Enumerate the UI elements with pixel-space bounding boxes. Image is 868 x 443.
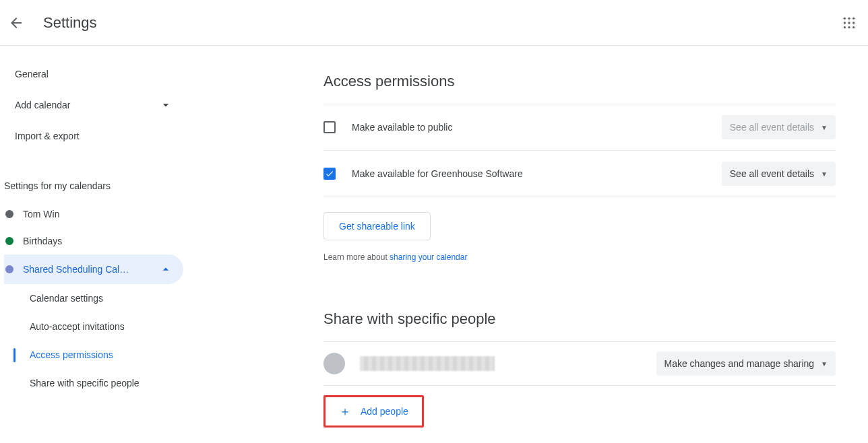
subnav-auto-accept[interactable]: Auto-accept invitations [9, 312, 183, 341]
section-heading: Access permissions [323, 73, 836, 90]
calendar-label: Shared Scheduling Cal… [23, 264, 150, 275]
svg-point-6 [844, 26, 846, 28]
permission-left: Make available for Greenhouse Software [323, 168, 523, 180]
permission-label: Make available to public [352, 122, 452, 133]
svg-point-2 [852, 17, 855, 19]
calendar-label: Tom Win [23, 209, 173, 219]
permission-left: Make available to public [323, 121, 452, 133]
permission-label: Make available for Greenhouse Software [352, 168, 523, 179]
sidebar-label: Add calendar [15, 100, 71, 110]
page-title: Settings [43, 14, 97, 32]
dropdown-public-visibility[interactable]: See all event details ▼ [722, 115, 836, 139]
dropdown-label: See all event details [730, 168, 814, 179]
dropdown-person-permission[interactable]: Make changes and manage sharing ▼ [656, 351, 836, 376]
access-permissions-section: Access permissions Make available to pub… [323, 73, 836, 262]
chevron-up-icon [159, 263, 173, 276]
subnav-share-specific[interactable]: Share with specific people [9, 369, 183, 397]
avatar-icon [323, 353, 345, 374]
main-content: Access permissions Make available to pub… [189, 46, 863, 443]
chevron-down-icon [159, 98, 173, 112]
get-shareable-link-button[interactable]: Get shareable link [323, 212, 431, 240]
calendar-item-shared-scheduling[interactable]: Shared Scheduling Cal… [4, 254, 183, 284]
subnav-access-permissions[interactable]: Access permissions [9, 341, 183, 369]
sidebar-label: General [15, 69, 49, 79]
svg-point-0 [844, 17, 846, 19]
section-heading: Share with specific people [323, 310, 836, 328]
header-left: Settings [8, 14, 97, 32]
add-people-highlight: ＋ Add people [323, 395, 424, 428]
calendar-color-dot [5, 237, 13, 245]
plus-icon: ＋ [339, 405, 351, 417]
permission-row-org: Make available for Greenhouse Software S… [323, 151, 836, 197]
subnav-label: Auto-accept invitations [30, 321, 125, 332]
help-prefix: Learn more about [323, 252, 390, 262]
back-arrow-icon[interactable] [8, 15, 24, 31]
help-link[interactable]: sharing your calendar [390, 252, 467, 262]
share-specific-section: Share with specific people Make changes … [323, 310, 836, 428]
svg-point-5 [852, 22, 855, 24]
help-text: Learn more about sharing your calendar [323, 252, 836, 262]
share-person-row: Make changes and manage sharing ▼ [323, 341, 836, 386]
checkbox-make-public[interactable] [323, 121, 336, 133]
dropdown-org-visibility[interactable]: See all event details ▼ [722, 162, 836, 186]
sidebar: General Add calendar Import & export Set… [0, 46, 189, 443]
dropdown-label: See all event details [730, 122, 814, 133]
sidebar-label: Import & export [15, 131, 80, 141]
permission-row-public: Make available to public See all event d… [323, 104, 836, 151]
sidebar-item-add-calendar[interactable]: Add calendar [4, 89, 183, 121]
dropdown-triangle-icon: ▼ [821, 360, 828, 368]
add-people-label: Add people [361, 406, 408, 417]
add-people-button[interactable]: ＋ Add people [326, 397, 422, 425]
sidebar-item-general[interactable]: General [4, 59, 183, 89]
person-left [323, 353, 495, 374]
app-header: Settings [0, 0, 868, 46]
subnav-label: Share with specific people [30, 378, 140, 388]
svg-point-3 [844, 22, 846, 24]
calendar-item-birthdays[interactable]: Birthdays [4, 228, 183, 254]
sidebar-item-import-export[interactable]: Import & export [4, 121, 183, 151]
calendar-color-dot [5, 210, 13, 218]
calendar-color-dot [5, 265, 13, 273]
layout: General Add calendar Import & export Set… [0, 46, 868, 443]
subnav-calendar-settings[interactable]: Calendar settings [9, 284, 183, 312]
svg-point-1 [848, 17, 850, 19]
subnav-label: Calendar settings [30, 293, 103, 304]
calendar-item-tom-win[interactable]: Tom Win [4, 201, 183, 228]
checkbox-make-org[interactable] [323, 168, 336, 180]
dropdown-triangle-icon: ▼ [821, 170, 828, 178]
svg-point-7 [848, 26, 850, 28]
dropdown-triangle-icon: ▼ [821, 124, 828, 131]
sidebar-section-label: Settings for my calendars [4, 171, 183, 201]
google-apps-icon[interactable] [841, 15, 857, 31]
dropdown-label: Make changes and manage sharing [664, 358, 815, 369]
svg-point-8 [852, 26, 855, 28]
svg-point-4 [848, 22, 850, 24]
person-email-redacted [360, 356, 495, 371]
subnav-label: Access permissions [30, 349, 113, 360]
calendar-label: Birthdays [23, 236, 173, 246]
calendar-subnav: Calendar settings Auto-accept invitation… [9, 284, 183, 397]
